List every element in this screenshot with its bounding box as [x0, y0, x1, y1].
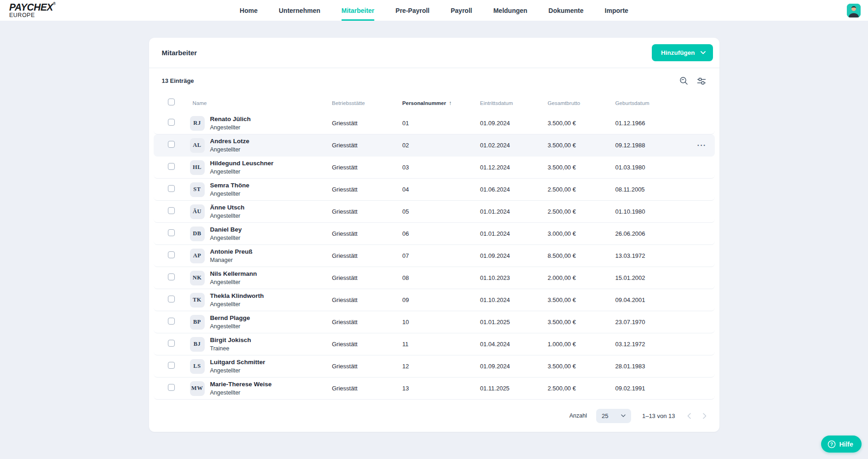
cell-site: Griesstätt: [332, 385, 402, 392]
filter-settings-icon[interactable]: [696, 76, 707, 86]
nav-item-importe[interactable]: Importe: [605, 0, 628, 21]
cell-birth-date: 09.04.2001: [615, 296, 688, 303]
table-toolbar: 13 Einträge: [149, 68, 719, 93]
table-row[interactable]: BP Bernd Plagge Angestellter Griesstätt …: [154, 311, 715, 333]
row-checkbox[interactable]: [168, 251, 175, 258]
row-checkbox[interactable]: [168, 362, 175, 369]
table-row[interactable]: TK Thekla Klindworth Angestellter Griess…: [154, 289, 715, 311]
pagination-bar: Anzahl 25 1–13 von 13: [149, 400, 719, 432]
nav-item-pre-payroll[interactable]: Pre-Payroll: [396, 0, 430, 21]
logo-sub-text: EUROPE: [9, 12, 55, 18]
row-checkbox[interactable]: [168, 141, 175, 148]
help-button[interactable]: ? Hilfe: [821, 436, 862, 453]
table-row[interactable]: HL Hildegund Leuschner Angestellter Grie…: [154, 157, 715, 179]
entries-count: 13 Einträge: [162, 77, 194, 84]
top-navigation-bar: PAYCHEX® EUROPE HomeUnternehmenMitarbeit…: [0, 0, 868, 21]
svg-text:?: ?: [830, 442, 833, 447]
employees-card: Mitarbeiter Hinzufügen 13 Einträge: [149, 38, 719, 432]
avatar-initials: MW: [190, 381, 205, 396]
employee-role: Angestellter: [210, 123, 251, 132]
nav-item-unternehmen[interactable]: Unternehmen: [279, 0, 320, 21]
column-header-birth-date[interactable]: Geburtsdatum: [615, 100, 688, 106]
table-row[interactable]: NK Nils Kellermann Angestellter Griesstä…: [154, 267, 715, 289]
row-checkbox[interactable]: [168, 163, 175, 170]
previous-page-icon[interactable]: [687, 413, 691, 419]
page-size-select[interactable]: 25: [596, 409, 631, 423]
page-title: Mitarbeiter: [162, 49, 197, 57]
table-row[interactable]: RJ Renato Jülich Angestellter Griesstätt…: [154, 112, 715, 134]
table-row[interactable]: AP Antonie Preuß Manager Griesstätt 07 0…: [154, 245, 715, 267]
row-checkbox[interactable]: [168, 229, 175, 236]
cell-personnel-number: 10: [402, 319, 480, 325]
nav-item-home[interactable]: Home: [240, 0, 258, 21]
logo-registered-mark: ®: [53, 2, 55, 6]
row-checkbox[interactable]: [168, 273, 175, 280]
cell-birth-date: 09.02.1991: [615, 385, 688, 392]
cell-personnel-number: 09: [402, 296, 480, 303]
row-checkbox[interactable]: [168, 296, 175, 302]
employee-role: Angestellter: [210, 212, 245, 220]
cell-birth-date: 03.12.1972: [615, 341, 688, 348]
cell-gross: 1.000,00 €: [548, 341, 615, 348]
table-row[interactable]: DB Daniel Bey Angestellter Griesstätt 06…: [154, 223, 715, 245]
table-row[interactable]: MW Marie-Therese Weise Angestellter Grie…: [154, 378, 715, 400]
row-checkbox[interactable]: [168, 185, 175, 192]
avatar-initials: AL: [190, 138, 205, 153]
nav-item-payroll[interactable]: Payroll: [451, 0, 472, 21]
cell-site: Griesstätt: [332, 274, 402, 281]
chevron-down-icon: [701, 51, 706, 54]
cell-birth-date: 15.01.2002: [615, 274, 688, 281]
employee-name: Marie-Therese Weise: [210, 380, 272, 389]
next-page-icon[interactable]: [703, 413, 707, 419]
paychex-logo: PAYCHEX® EUROPE: [9, 2, 55, 18]
row-checkbox[interactable]: [168, 340, 175, 347]
cell-gross: 3.000,00 €: [548, 230, 615, 237]
cell-site: Griesstätt: [332, 363, 402, 370]
cell-personnel-number: 07: [402, 252, 480, 259]
employee-role: Angestellter: [210, 366, 265, 375]
cell-birth-date: 13.03.1972: [615, 252, 688, 259]
table-row[interactable]: LS Luitgard Schmitter Angestellter Gries…: [154, 355, 715, 378]
cell-site: Griesstätt: [332, 341, 402, 348]
employee-name: Antonie Preuß: [210, 247, 253, 256]
add-employee-button[interactable]: Hinzufügen: [652, 44, 713, 61]
row-checkbox[interactable]: [168, 384, 175, 391]
cell-site: Griesstätt: [332, 208, 402, 215]
row-checkbox[interactable]: [168, 318, 175, 325]
avatar-initials: RJ: [190, 116, 205, 131]
employee-role: Angestellter: [210, 278, 257, 286]
cell-birth-date: 26.06.2006: [615, 230, 688, 237]
cell-personnel-number: 05: [402, 208, 480, 215]
nav-item-mitarbeiter[interactable]: Mitarbeiter: [341, 0, 374, 21]
avatar-initials: BJ: [190, 337, 205, 352]
column-header-entry-date[interactable]: Eintrittsdatum: [480, 100, 548, 106]
column-header-site[interactable]: Betriebsstätte: [332, 100, 402, 106]
table-row[interactable]: ST Semra Thöne Angestellter Griesstätt 0…: [154, 179, 715, 201]
column-header-name[interactable]: Name: [190, 100, 332, 106]
more-options-icon[interactable]: ···: [688, 143, 707, 148]
user-avatar[interactable]: [847, 4, 861, 17]
card-header: Mitarbeiter Hinzufügen: [149, 38, 719, 68]
main-nav: HomeUnternehmenMitarbeiterPre-PayrollPay…: [240, 0, 628, 21]
row-checkbox[interactable]: [168, 119, 175, 126]
cell-gross: 3.500,00 €: [548, 120, 615, 127]
row-checkbox[interactable]: [168, 207, 175, 214]
cell-gross: 3.500,00 €: [548, 319, 615, 325]
avatar-initials: LS: [190, 359, 205, 374]
search-icon[interactable]: [679, 76, 689, 86]
avatar-initials: BP: [190, 315, 205, 330]
cell-gross: 2.000,00 €: [548, 274, 615, 281]
cell-personnel-number: 08: [402, 274, 480, 281]
table-row[interactable]: ÄU Änne Utsch Angestellter Griesstätt 05…: [154, 201, 715, 223]
column-header-gross[interactable]: Gesamtbrutto: [548, 100, 615, 106]
column-header-number[interactable]: Personalnummer↑: [402, 100, 480, 106]
employee-role: Angestellter: [210, 389, 272, 397]
nav-item-meldungen[interactable]: Meldungen: [493, 0, 527, 21]
avatar-initials: DB: [190, 227, 205, 241]
page-size-label: Anzahl: [569, 413, 587, 419]
table-row[interactable]: AL Andres Lotze Angestellter Griesstätt …: [154, 134, 715, 157]
table-row[interactable]: BJ Birgit Jokisch Trainee Griesstätt 11 …: [154, 333, 715, 355]
cell-entry-date: 01.09.2024: [480, 120, 548, 127]
nav-item-dokumente[interactable]: Dokumente: [548, 0, 583, 21]
select-all-checkbox[interactable]: [168, 99, 175, 105]
